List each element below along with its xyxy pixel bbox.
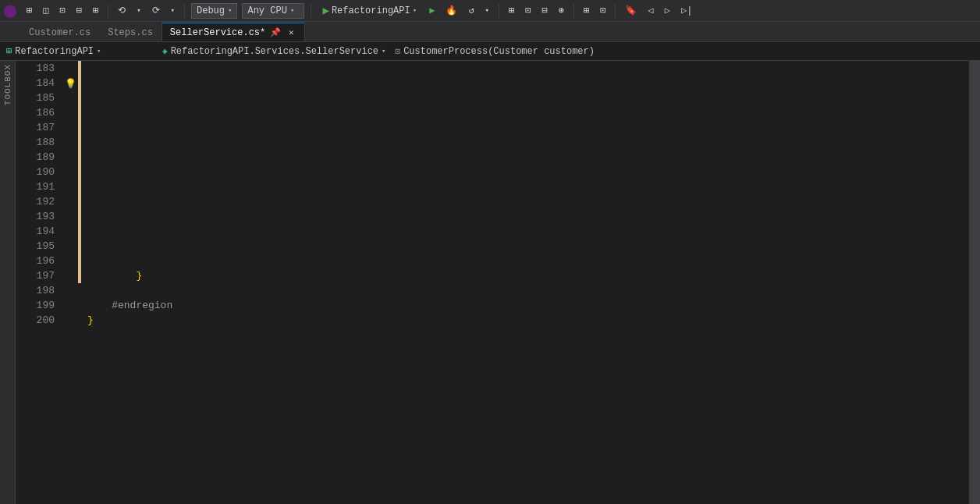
- toolbox-label: Toolbox: [3, 64, 12, 105]
- toolbar-icon-10[interactable]: ⊞: [581, 3, 592, 18]
- line-number: 196: [16, 254, 55, 268]
- toolbar-icon-3[interactable]: ⊡: [56, 3, 68, 18]
- undo-dropdown[interactable]: ▾: [133, 5, 144, 16]
- gutter-line: 💡: [62, 76, 78, 91]
- line-number: 184: [16, 76, 55, 91]
- breadcrumb-service-arrow: ▾: [382, 47, 385, 55]
- gutter-line: [62, 224, 78, 239]
- breadcrumb-service[interactable]: ◈ RefactoringAPI.Services.SellerService …: [156, 46, 980, 57]
- redo-dropdown[interactable]: ▾: [168, 5, 178, 16]
- toolbar-icon-9[interactable]: ⊛: [556, 3, 567, 18]
- toolbar-run-2[interactable]: ▶: [426, 3, 438, 18]
- gutter-line: [62, 61, 78, 76]
- tab-steps-label: Steps.cs: [108, 27, 153, 38]
- toolbar-bookmark-icon[interactable]: 🔖: [622, 3, 640, 18]
- breadcrumb-project-icon: ⊞: [6, 45, 12, 57]
- code-line: [87, 105, 969, 120]
- toolbar-icon-2[interactable]: ◫: [40, 3, 51, 18]
- code-line: [87, 239, 969, 254]
- cpu-label: Any CPU: [247, 5, 286, 16]
- toolbar-icon-11[interactable]: ⊡: [597, 3, 609, 18]
- gutter-line: [62, 254, 78, 268]
- tab-sellerservice-pin-icon[interactable]: 📌: [270, 27, 281, 38]
- line-number: 191: [16, 179, 55, 194]
- line-number: 198: [16, 283, 55, 298]
- breadcrumb-project-label: RefactoringAPI: [15, 46, 94, 57]
- code-line: [87, 283, 969, 298]
- line-number: 189: [16, 150, 55, 165]
- toolbar-fire-icon[interactable]: 🔥: [442, 3, 460, 18]
- tab-sellerservice-label: SellerService.cs*: [170, 27, 265, 38]
- line-number: 190: [16, 165, 55, 179]
- tab-sellerservice-close-icon[interactable]: ✕: [286, 27, 296, 38]
- code-line: [87, 254, 969, 268]
- sep4: [499, 4, 499, 18]
- code-line: [87, 179, 969, 194]
- toolbar-icon-4[interactable]: ⊟: [73, 3, 85, 18]
- debug-label: Debug: [197, 5, 225, 16]
- undo-button[interactable]: ⟲: [115, 3, 129, 18]
- main-toolbar: ⬤ ⊞ ◫ ⊡ ⊟ ⊞ ⟲ ▾ ⟳ ▾ Debug ▾ Any CPU ▾ ▶ …: [0, 0, 980, 22]
- line-number: 193: [16, 209, 55, 224]
- code-line: }: [87, 268, 969, 283]
- sep6: [615, 4, 616, 18]
- line-number: 200: [16, 313, 55, 328]
- tab-bar: Customer.cs Steps.cs SellerService.cs* 📌…: [0, 22, 980, 42]
- project-run-dropdown[interactable]: ▶ RefactoringAPI ▾: [318, 2, 421, 19]
- toolbar-nav-back[interactable]: ◁: [644, 3, 656, 18]
- breadcrumb-method-label: CustomerProcess(Customer customer): [403, 46, 595, 57]
- line-numbers: 1831841851861871881891901911921931941951…: [16, 61, 62, 504]
- project-label: RefactoringAPI: [332, 5, 410, 16]
- line-number: 192: [16, 194, 55, 209]
- vertical-scrollbar[interactable]: [969, 61, 980, 504]
- gutter-line: [62, 298, 78, 313]
- sep3: [311, 4, 311, 18]
- vs-icon[interactable]: ⬤: [3, 3, 17, 19]
- code-line: [87, 150, 969, 165]
- toolbar-icon-8[interactable]: ⊟: [539, 3, 551, 18]
- toolbar-refresh-dropdown[interactable]: ▾: [482, 5, 492, 16]
- gutter-line: [62, 165, 78, 179]
- project-arrow-icon: ▾: [413, 6, 417, 15]
- main-area: Toolbox 18318418518618718818919019119219…: [0, 61, 980, 504]
- breadcrumb-project-arrow: ▾: [97, 47, 101, 55]
- toolbar-icon-7[interactable]: ⊡: [522, 3, 534, 18]
- toolbar-icon-1[interactable]: ⊞: [23, 3, 35, 18]
- code-line: [87, 209, 969, 224]
- gutter-line: [62, 239, 78, 254]
- editor-area: 1831841851861871881891901911921931941951…: [16, 61, 980, 504]
- line-number: 199: [16, 298, 55, 313]
- gutter-line: [62, 283, 78, 298]
- sep2: [184, 4, 185, 18]
- toolbar-icon-5[interactable]: ⊞: [90, 3, 101, 18]
- code-line: [87, 194, 969, 209]
- code-content[interactable]: } #endregion}: [81, 61, 969, 504]
- cpu-arrow-icon: ▾: [290, 6, 294, 15]
- toolbar-nav-forward[interactable]: ▷: [662, 3, 673, 18]
- line-number: 185: [16, 91, 55, 105]
- tab-customer[interactable]: Customer.cs: [20, 23, 99, 41]
- cpu-dropdown[interactable]: Any CPU ▾: [242, 3, 304, 19]
- sep1: [108, 4, 108, 18]
- line-number: 186: [16, 105, 55, 120]
- code-line: [87, 120, 969, 135]
- line-number: 188: [16, 135, 55, 150]
- code-line: [87, 135, 969, 150]
- breadcrumb-service-label: RefactoringAPI.Services.SellerService: [171, 46, 378, 57]
- debug-dropdown[interactable]: Debug ▾: [191, 3, 237, 19]
- gutter-line: [62, 91, 78, 105]
- code-line: [87, 165, 969, 179]
- toolbox-strip[interactable]: Toolbox: [0, 61, 16, 504]
- gutter-line: [62, 313, 78, 328]
- toolbar-nav-more[interactable]: ▷|: [678, 3, 695, 18]
- toolbar-icon-6[interactable]: ⊞: [506, 3, 517, 18]
- breadcrumb-project[interactable]: ⊞ RefactoringAPI ▾: [0, 45, 156, 57]
- redo-button[interactable]: ⟳: [149, 3, 163, 18]
- warning-indicator-icon: 💡: [65, 78, 76, 89]
- sep5: [573, 4, 574, 18]
- line-number: 197: [16, 268, 55, 283]
- tab-sellerservice[interactable]: SellerService.cs* 📌 ✕: [162, 23, 305, 41]
- toolbar-refresh-icon[interactable]: ↺: [465, 3, 477, 18]
- line-number: 187: [16, 120, 55, 135]
- tab-steps[interactable]: Steps.cs: [99, 23, 162, 41]
